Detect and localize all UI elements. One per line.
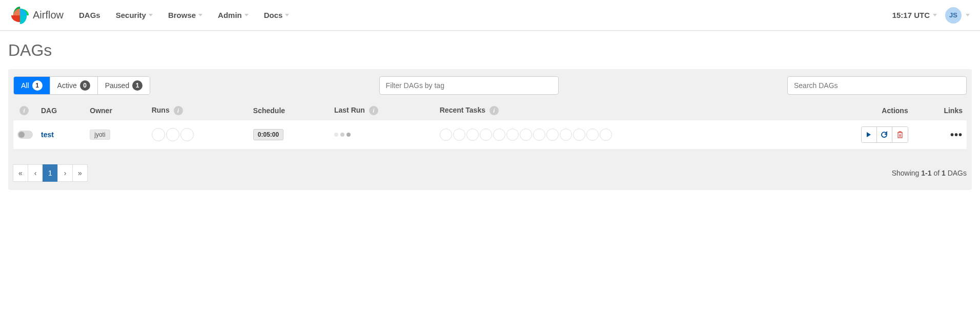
task-status-circle[interactable] — [600, 129, 612, 141]
page-container: DAGs All 1 Active 0 Paused 1 — [0, 31, 980, 200]
task-status-circle[interactable] — [586, 129, 599, 141]
links-more-button[interactable]: ••• — [950, 129, 963, 140]
col-links: Links — [912, 101, 967, 120]
chevron-down-icon — [285, 14, 289, 16]
page-first[interactable]: « — [13, 164, 28, 182]
info-icon: i — [19, 106, 29, 115]
last-run-loading — [334, 133, 432, 137]
col-actions: Actions — [800, 101, 912, 120]
page-prev[interactable]: ‹ — [28, 164, 43, 182]
filter-all-count: 1 — [32, 80, 43, 91]
col-runs: Runs i — [148, 101, 249, 120]
loading-dot — [334, 133, 338, 137]
filter-paused-button[interactable]: Paused 1 — [98, 77, 150, 94]
pagination: « ‹ 1 › » — [13, 164, 88, 182]
delete-dag-button[interactable] — [892, 127, 908, 142]
trigger-dag-button[interactable] — [862, 127, 877, 142]
filter-paused-count: 1 — [132, 80, 142, 91]
info-icon: i — [174, 106, 183, 115]
nav-items: DAGs Security Browse Admin Docs — [79, 11, 289, 19]
chevron-down-icon — [966, 14, 970, 16]
page-title: DAGs — [8, 41, 972, 60]
chevron-down-icon — [198, 14, 202, 16]
task-status-circle[interactable] — [560, 129, 572, 141]
nav-dags[interactable]: DAGs — [79, 11, 100, 19]
search-dags-input[interactable] — [787, 76, 967, 95]
filter-row: All 1 Active 0 Paused 1 — [13, 76, 967, 95]
schedule-badge[interactable]: 0:05:00 — [253, 129, 283, 140]
col-dag: DAG — [37, 101, 86, 120]
recent-tasks-circles — [440, 129, 797, 141]
runs-circles — [152, 128, 245, 141]
time-display[interactable]: 15:17 UTC — [892, 11, 937, 19]
dag-table: i DAG Owner Runs i Schedule Last Run i R… — [13, 101, 967, 149]
refresh-dag-button[interactable] — [877, 127, 892, 142]
run-status-circle[interactable] — [166, 128, 179, 141]
user-menu[interactable]: JS — [945, 7, 970, 24]
col-schedule: Schedule — [249, 101, 330, 120]
filter-tags-input[interactable] — [379, 76, 559, 95]
nav-browse[interactable]: Browse — [168, 11, 202, 19]
nav-security[interactable]: Security — [116, 11, 153, 19]
navbar: Airflow DAGs Security Browse Admin Docs … — [0, 0, 980, 31]
main-panel: All 1 Active 0 Paused 1 i DAG — [8, 69, 972, 190]
filter-active-count: 0 — [80, 80, 90, 91]
brand[interactable]: Airflow — [10, 6, 64, 25]
nav-admin[interactable]: Admin — [218, 11, 249, 19]
run-status-circle[interactable] — [152, 128, 165, 141]
footer-row: « ‹ 1 › » Showing 1-1 of 1 DAGs — [13, 164, 967, 182]
brand-text: Airflow — [33, 9, 64, 21]
dag-name-link[interactable]: test — [41, 131, 54, 139]
owner-badge[interactable]: jyoti — [90, 130, 110, 140]
task-status-circle[interactable] — [546, 129, 559, 141]
action-buttons — [861, 126, 908, 143]
filter-active-button[interactable]: Active 0 — [50, 77, 98, 94]
page-1[interactable]: 1 — [43, 164, 58, 182]
task-status-circle[interactable] — [506, 129, 519, 141]
navbar-right: 15:17 UTC JS — [892, 7, 970, 24]
task-status-circle[interactable] — [493, 129, 505, 141]
task-status-circle[interactable] — [440, 129, 452, 141]
task-status-circle[interactable] — [466, 129, 479, 141]
chevron-down-icon — [149, 14, 153, 16]
airflow-logo-icon — [10, 6, 30, 25]
filter-all-button[interactable]: All 1 — [14, 77, 50, 94]
trash-icon — [897, 131, 903, 138]
col-recent-tasks: Recent Tasks i — [436, 101, 801, 120]
info-icon: i — [369, 106, 378, 115]
task-status-circle[interactable] — [453, 129, 465, 141]
task-status-circle[interactable] — [520, 129, 532, 141]
filter-btn-group: All 1 Active 0 Paused 1 — [13, 76, 150, 95]
page-last[interactable]: » — [72, 164, 88, 182]
nav-docs[interactable]: Docs — [264, 11, 290, 19]
table-row: test jyoti 0:05:00 — [13, 120, 967, 149]
refresh-icon — [881, 131, 888, 138]
info-icon: i — [489, 106, 499, 115]
run-status-circle[interactable] — [180, 128, 194, 141]
loading-dot — [340, 133, 344, 137]
col-owner: Owner — [86, 101, 147, 120]
task-status-circle[interactable] — [573, 129, 585, 141]
chevron-down-icon — [244, 14, 249, 16]
chevron-down-icon — [933, 14, 937, 16]
task-status-circle[interactable] — [480, 129, 492, 141]
showing-text: Showing 1-1 of 1 DAGs — [892, 169, 967, 177]
loading-dot — [346, 133, 351, 137]
page-next[interactable]: › — [57, 164, 73, 182]
task-status-circle[interactable] — [533, 129, 545, 141]
dag-pause-toggle[interactable] — [17, 131, 33, 139]
col-last-run: Last Run i — [330, 101, 436, 120]
avatar: JS — [945, 7, 962, 24]
play-icon — [866, 132, 872, 138]
